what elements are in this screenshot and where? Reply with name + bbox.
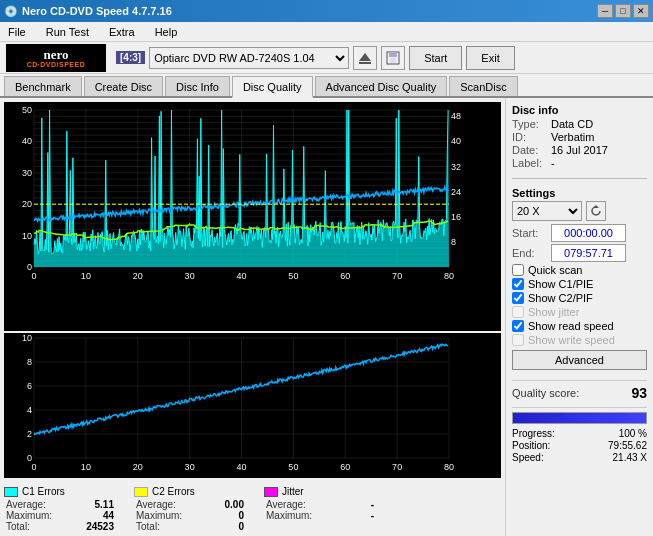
title-bar: 💿 Nero CD-DVD Speed 4.7.7.16 ─ □ ✕ <box>0 0 653 22</box>
refresh-icon-btn[interactable] <box>586 201 606 221</box>
c1-max-label: Maximum: <box>6 510 66 521</box>
svg-marker-0 <box>359 53 371 61</box>
end-field-row: End: <box>512 244 647 262</box>
settings-title: Settings <box>512 187 647 199</box>
end-field-input[interactable] <box>551 244 626 262</box>
jitter-avg-value: - <box>344 499 374 510</box>
position-label: Position: <box>512 440 550 451</box>
close-button[interactable]: ✕ <box>633 4 649 18</box>
show-c1-checkbox[interactable] <box>512 278 524 290</box>
c2-total-value: 0 <box>206 521 244 532</box>
drive-select[interactable]: Optiarc DVD RW AD-7240S 1.04 <box>149 47 349 69</box>
show-write-checkbox[interactable] <box>512 334 524 346</box>
c2-avg-value: 0.00 <box>206 499 244 510</box>
show-c2-checkbox[interactable] <box>512 292 524 304</box>
c2-stats: Average: 0.00 Maximum: 0 Total: 0 <box>134 499 244 532</box>
menu-help[interactable]: Help <box>151 24 182 40</box>
legend-c1-header: C1 Errors <box>4 486 114 497</box>
maximize-button[interactable]: □ <box>615 4 631 18</box>
tab-disc-quality[interactable]: Disc Quality <box>232 76 313 98</box>
svg-rect-3 <box>389 52 397 57</box>
svg-marker-5 <box>593 205 599 208</box>
disc-label-value: - <box>551 157 555 169</box>
disc-id-value: Verbatim <box>551 131 594 143</box>
show-jitter-label: Show jitter <box>528 306 579 318</box>
c2-label: C2 Errors <box>152 486 195 497</box>
show-c2-row: Show C2/PIF <box>512 292 647 304</box>
legend-jitter-header: Jitter <box>264 486 374 497</box>
show-jitter-checkbox[interactable] <box>512 306 524 318</box>
tab-scan-disc[interactable]: ScanDisc <box>449 76 517 96</box>
tab-disc-info[interactable]: Disc Info <box>165 76 230 96</box>
right-panel: Disc info Type: Data CD ID: Verbatim Dat… <box>505 98 653 536</box>
settings-section: Settings 20 X 4 X 8 X 16 X Max Start <box>512 187 647 370</box>
disc-info-section: Disc info Type: Data CD ID: Verbatim Dat… <box>512 104 647 170</box>
disc-id-label: ID: <box>512 131 547 143</box>
advanced-button[interactable]: Advanced <box>512 350 647 370</box>
tabs: Benchmark Create Disc Disc Info Disc Qua… <box>0 74 653 98</box>
app-title: Nero CD-DVD Speed 4.7.7.16 <box>22 5 172 17</box>
tab-benchmark[interactable]: Benchmark <box>4 76 82 96</box>
disc-date-row: Date: 16 Jul 2017 <box>512 144 647 156</box>
quick-scan-checkbox[interactable] <box>512 264 524 276</box>
menu-run-test[interactable]: Run Test <box>42 24 93 40</box>
c1-avg-label: Average: <box>6 499 66 510</box>
speed-row-progress: Speed: 21.43 X <box>512 452 647 463</box>
app-icon: 💿 <box>4 5 18 18</box>
disc-info-title: Disc info <box>512 104 647 116</box>
c1-stats: Average: 5.11 Maximum: 44 Total: 24523 <box>4 499 114 532</box>
c1-avg-value: 5.11 <box>72 499 114 510</box>
c1-color <box>4 487 18 497</box>
svg-rect-1 <box>359 62 371 64</box>
disc-type-value: Data CD <box>551 118 593 130</box>
show-read-checkbox[interactable] <box>512 320 524 332</box>
progress-pct-row: Progress: 100 % <box>512 428 647 439</box>
show-jitter-row: Show jitter <box>512 306 647 318</box>
progress-bar-outer <box>512 412 647 424</box>
c1-label: C1 Errors <box>22 486 65 497</box>
legend-c1: C1 Errors Average: 5.11 Maximum: 44 Tota… <box>4 486 114 532</box>
jitter-color <box>264 487 278 497</box>
speed-select[interactable]: 20 X 4 X 8 X 16 X Max <box>512 201 582 221</box>
c2-max-value: 0 <box>206 510 244 521</box>
legend-jitter: Jitter Average: - Maximum: - <box>264 486 374 532</box>
c1-total-value: 24523 <box>72 521 114 532</box>
start-field-input[interactable] <box>551 224 626 242</box>
legend-c2: C2 Errors Average: 0.00 Maximum: 0 Total… <box>134 486 244 532</box>
jitter-stats: Average: - Maximum: - <box>264 499 374 521</box>
show-write-row: Show write speed <box>512 334 647 346</box>
speed-value-progress: 21.43 X <box>613 452 647 463</box>
quality-score-label: Quality score: <box>512 387 579 399</box>
show-c2-label: Show C2/PIF <box>528 292 593 304</box>
speed-row: 20 X 4 X 8 X 16 X Max <box>512 201 647 221</box>
progress-stats: Progress: 100 % Position: 79:55.62 Speed… <box>512 428 647 463</box>
title-bar-left: 💿 Nero CD-DVD Speed 4.7.7.16 <box>4 5 172 18</box>
c2-max-label: Maximum: <box>136 510 200 521</box>
jitter-max-label: Maximum: <box>266 510 338 521</box>
menu-bar: File Run Test Extra Help <box>0 22 653 42</box>
quality-score-row: Quality score: 93 <box>512 380 647 401</box>
menu-file[interactable]: File <box>4 24 30 40</box>
legend: C1 Errors Average: 5.11 Maximum: 44 Tota… <box>4 482 501 532</box>
chart-area: C1 Errors Average: 5.11 Maximum: 44 Tota… <box>0 98 505 536</box>
main-content: C1 Errors Average: 5.11 Maximum: 44 Tota… <box>0 98 653 536</box>
save-icon-btn[interactable] <box>381 46 405 70</box>
disc-type-label: Type: <box>512 118 547 130</box>
start-button[interactable]: Start <box>409 46 462 70</box>
ratio-badge: [4:3] <box>116 51 145 64</box>
c2-total-label: Total: <box>136 521 200 532</box>
exit-button[interactable]: Exit <box>466 46 514 70</box>
progress-value: 100 % <box>619 428 647 439</box>
svg-rect-4 <box>390 58 396 63</box>
tab-create-disc[interactable]: Create Disc <box>84 76 163 96</box>
jitter-max-value: - <box>344 510 374 521</box>
minimize-button[interactable]: ─ <box>597 4 613 18</box>
show-c1-row: Show C1/PIE <box>512 278 647 290</box>
progress-section: Progress: 100 % Position: 79:55.62 Speed… <box>512 407 647 464</box>
eject-icon-btn[interactable] <box>353 46 377 70</box>
menu-extra[interactable]: Extra <box>105 24 139 40</box>
divider-1 <box>512 178 647 179</box>
disc-date-value: 16 Jul 2017 <box>551 144 608 156</box>
jitter-avg-label: Average: <box>266 499 338 510</box>
tab-advanced-disc-quality[interactable]: Advanced Disc Quality <box>315 76 448 96</box>
